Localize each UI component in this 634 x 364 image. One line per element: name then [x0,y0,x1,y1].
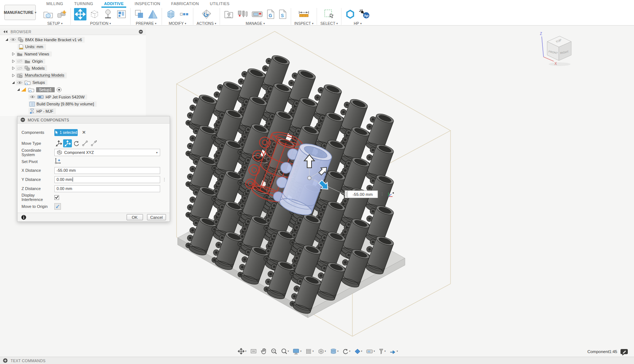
distance-input[interactable]: -55.00 mm [347,190,378,198]
active-target-icon[interactable] [57,87,62,92]
tree-row-build-density[interactable]: Build Density [9.88% by volume] [0,100,146,108]
group-label-modify[interactable]: MODIFY▾ [169,21,186,26]
hp-hexagon-icon[interactable] [345,9,356,20]
expanded-arrow-icon[interactable] [12,81,15,84]
slice-view-icon[interactable]: ▾ [329,348,340,354]
free-orbit-icon[interactable]: ▾ [236,348,248,355]
support-structure-icon[interactable] [147,9,158,20]
display-settings-icon[interactable]: ▾ [291,348,303,355]
dialog-options-icon[interactable] [20,117,25,122]
look-at-icon[interactable] [249,348,258,354]
orbit-constrained-icon[interactable]: ▾ [341,348,352,355]
arrange-icon[interactable] [116,9,127,20]
volume-lattice-icon[interactable] [165,9,176,20]
coordinate-system-select[interactable]: Component XYZ ▾ [54,149,160,156]
move-to-origin-button[interactable] [54,203,61,210]
tab-fabrication[interactable]: FABRICATION [166,0,204,8]
collapsed-arrow-icon[interactable] [12,52,15,56]
tree-row-hp-mjf[interactable]: HP - MJF [0,108,146,115]
hidden-eye-icon[interactable] [17,59,23,63]
measure-icon[interactable] [297,9,310,20]
collapsed-arrow-icon[interactable] [12,59,15,63]
group-label-select[interactable]: SELECT▾ [320,21,338,26]
workspace-switcher[interactable]: MANUFACTURE▾ [4,5,36,20]
more-options-icon[interactable]: ⋮ [378,192,386,197]
dialog-header[interactable]: MOVE COMPONENTS [18,116,170,124]
expanded-arrow-icon[interactable] [17,88,20,91]
expand-text-commands-icon[interactable] [3,358,8,363]
cancel-button[interactable]: Cancel [147,214,166,220]
set-pivot-icon[interactable] [54,158,62,166]
tree-row-manufacturing-models[interactable]: Manufacturing Models [0,72,146,79]
move-type-rotate-icon[interactable] [72,139,81,147]
tab-additive[interactable]: ADDITIVE [98,0,129,8]
tree-row-root[interactable]: BMX Bike Handle Bracket v1 v6 [0,36,146,43]
info-icon[interactable] [21,215,26,220]
y-distance-input-focused[interactable]: 0.00 mm [54,176,160,183]
gcode-document-icon[interactable]: G [266,9,275,20]
clear-selection-icon[interactable]: ✕ [82,130,86,135]
visible-eye-icon[interactable] [30,95,35,99]
move-type-free-icon[interactable] [54,139,63,147]
group-label-manage[interactable]: MANAGE▾ [246,21,265,26]
move-type-translate-icon-active[interactable] [63,139,72,147]
expanded-arrow-icon[interactable] [5,38,8,41]
attributes-icon[interactable] [179,9,190,20]
view-cube[interactable]: Z X TOP FRONT RIGHT [537,31,584,71]
grid-snaps-icon[interactable]: ▾ [304,348,315,355]
display-interference-checkbox-checked[interactable] [54,195,59,200]
pan-icon[interactable] [259,348,268,355]
machine-library-icon[interactable] [251,9,263,20]
simulate-icon[interactable]: ▾ [388,349,399,354]
x-distance-input[interactable]: -55.00 mm [54,167,160,174]
tab-turning[interactable]: TURNING [69,0,98,8]
group-label-actions[interactable]: ACTIONS▾ [197,21,216,26]
group-label-position[interactable]: POSITION▾ [90,21,111,26]
script-document-icon[interactable]: S [278,9,287,20]
tree-row-setup1[interactable]: Setup1 [0,86,146,93]
tree-row-models[interactable]: Models [0,65,146,72]
visibility-filter-icon[interactable]: ▾ [378,348,387,355]
viewports-icon[interactable]: ▾ [316,348,327,355]
ok-button[interactable]: OK [127,214,143,220]
navigation-bar[interactable]: ▾ ▾ ▾ ▾ ▾ ▾ ▾ ▾ ▾ ▾ ▾ [236,346,399,356]
minimize-build-height-icon[interactable] [103,9,113,20]
tree-row-units[interactable]: Units: mm [0,43,146,51]
tab-inspection[interactable]: INSPECTION [129,0,166,8]
generate-icon[interactable] [201,9,212,20]
text-commands-bar[interactable]: TEXT COMMANDS [0,357,634,364]
zoom-window-icon[interactable]: ▾ [280,348,290,355]
tree-row-named-views[interactable]: Named Views [0,50,146,58]
z-distance-input[interactable]: 0.00 mm [54,185,160,192]
new-setup-icon[interactable] [43,9,54,20]
hidden-eye-icon[interactable] [17,66,23,70]
group-label-setup[interactable]: SETUP▾ [47,21,62,26]
feedback-bubble-icon[interactable] [620,348,628,356]
group-label-inspect[interactable]: INSPECT▾ [294,21,314,26]
tool-library-icon[interactable] [237,9,248,20]
pivot-point[interactable] [308,176,311,180]
group-label-prepare[interactable]: PREPARE▾ [136,21,156,26]
collapse-panel-icon[interactable] [3,30,8,34]
field-options-icon[interactable]: ⋮ [162,177,166,182]
visible-eye-icon[interactable] [10,38,16,42]
drag-grip-icon[interactable] [345,190,347,198]
section-analysis-icon[interactable]: ▾ [353,348,364,355]
machine-display-icon[interactable]: ▾ [365,348,376,354]
zoom-icon[interactable] [270,348,278,355]
new-folder-icon[interactable] [56,9,67,20]
tree-row-machine[interactable]: HP Jet Fusion 5420W [0,93,146,101]
window-select-icon[interactable] [323,8,335,20]
generate-supports-icon[interactable] [134,9,145,20]
manipulator-distance-input-group[interactable]: -55.00 mm ⋮ [345,190,395,199]
move-type-point-to-position-icon[interactable] [89,139,98,147]
hp-print-icon[interactable]: hp [358,9,371,20]
post-library-icon[interactable] [223,9,234,20]
automatic-orientation-icon[interactable] [89,9,100,20]
group-label-hp[interactable]: HP▾ [354,21,362,26]
collapsed-arrow-icon[interactable] [12,66,15,70]
triad-icon[interactable] [386,190,395,198]
move-components-icon-active[interactable] [74,8,86,20]
tree-row-origin[interactable]: Origin [0,58,146,65]
collapsed-arrow-icon[interactable] [12,74,15,77]
